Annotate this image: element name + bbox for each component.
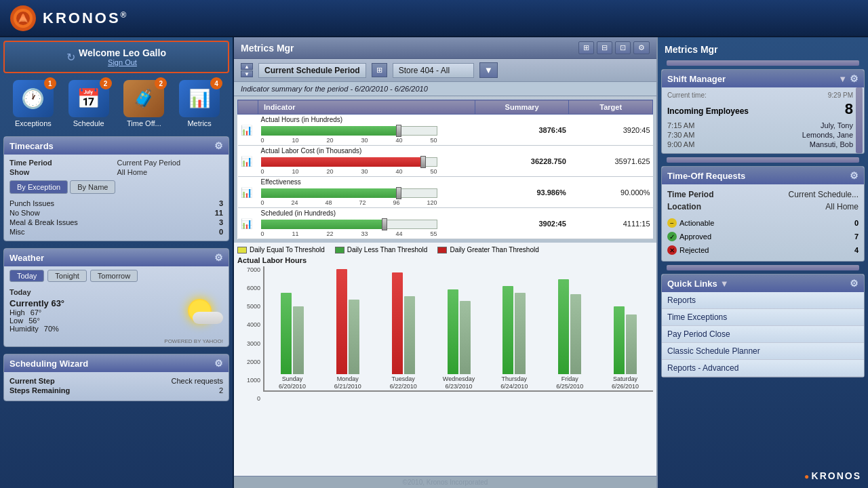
indicator-bar-3 [261,218,437,230]
low-label: Low [9,317,23,325]
quick-links-title: Quick Links [667,279,717,289]
timecards-gear[interactable]: ⚙ [214,140,223,151]
steps-remaining-val: 2 [219,386,223,394]
weather-gear[interactable]: ⚙ [214,252,223,263]
day-group-2: Tuesday6/22/2010 [376,259,431,390]
scheduling-title: Scheduling Wizard [9,359,88,369]
sw-steps-remaining: Steps Remaining 2 [9,386,223,395]
current-step-val: Check requests [172,377,223,385]
metric-chart-btn-1[interactable]: 📊 [241,156,252,167]
approved-label: Approved [679,232,711,241]
legend-red [437,247,447,253]
sw-current-step: Current Step Check requests [9,376,223,386]
employee-row-2: 9:00 AM Mansuti, Bob [667,140,853,149]
ql-gear[interactable]: ⚙ [850,278,859,289]
timeoff-gear[interactable]: ⚙ [850,170,859,181]
tor-period-val: Current Schedule... [789,190,859,199]
day-group-0: Sunday6/20/2010 [264,259,320,390]
tc-meal-label: Meal & Break Issues [9,218,78,226]
timeoff-badge: 2 [155,77,167,89]
scrollbar-top[interactable] [667,60,859,66]
left-sidebar: ↻ Welcome Leo Gallo Sign Out 🕐 1 Excepti… [0,37,234,488]
nav-item-schedule[interactable]: 📅 2 Schedule [64,80,113,127]
grid-btn-3[interactable]: ⊡ [615,41,631,54]
metrics-badge: 4 [210,77,222,89]
bar-2-1 [404,296,415,374]
metric-chart-btn-0[interactable]: 📊 [241,125,252,136]
scheduling-header: Scheduling Wizard ⚙ [4,354,229,372]
weather-tab-tomorrow[interactable]: Tomorrow [90,270,138,282]
weather-tab-today[interactable]: Today [9,270,44,282]
incoming-row: Incoming Employees 8 [667,100,853,118]
bar-chart-area: Daily Equal To Threshold Daily Less Than… [234,243,656,476]
th-indicator: Indicator [258,100,475,115]
metric-row-1: 📊 Actual Labor Cost (in Thousands) 01020… [238,146,653,177]
timeoff-requests-header: Time-Off Requests ⚙ [662,167,864,184]
tab-by-name[interactable]: By Name [70,180,115,194]
logo-area: KRONOS® [10,5,128,31]
humidity-val: 70% [44,325,59,333]
indicator-bar-2 [261,187,437,199]
ql-dropdown-icon[interactable]: ▼ [720,279,729,289]
chart-container: 7000 6000 5000 4000 3000 2000 1000 0 Sun… [237,266,653,402]
metric-chart-btn-3[interactable]: 📊 [241,218,252,229]
emp-time-0: 7:15 AM [667,121,694,129]
center-content: Metrics Mgr ⊞ ⊟ ⊡ ⚙ ▲ ▼ Current Schedule… [234,37,658,488]
timecards-info: Time Period Current Pay Period Show All … [4,155,229,180]
grid-view-btn[interactable]: ⊞ [372,63,387,77]
store-select[interactable]: Store 404 - All [393,63,474,78]
metrics-table-area: Indicator Summary Target 📊 Actual Hours … [234,96,656,243]
weather-tab-tonight[interactable]: Tonight [47,270,86,282]
nav-item-exceptions[interactable]: 🕐 1 Exceptions [9,80,58,127]
shift-time-row: Current time: 9:29 PM [667,92,853,100]
indicator-period: Indicator summary for the period - 6/20/… [234,82,656,96]
bar-3-1 [460,301,471,374]
timeoff-label: Time Off... [127,119,161,127]
metrics-table: Indicator Summary Target 📊 Actual Hours … [237,100,653,239]
current-time-label: Current time: [667,92,707,99]
scrollbar-mid1[interactable] [667,157,859,163]
tc-misc-count: 0 [219,228,223,236]
scrollbar-mid2[interactable] [667,265,859,270]
day-group-4: Thursday6/24/2010 [486,259,542,390]
shift-dropdown-icon[interactable]: ▼ [838,74,847,84]
indicator-summary-1: 36228.750 [475,146,569,177]
tc-row-meal: Meal & Break Issues 3 [9,218,223,227]
bar-3-0 [448,289,458,374]
ql-reports-advanced[interactable]: Reports - Advanced [662,360,864,377]
emp-name-2: Mansuti, Bob [810,140,853,148]
metrics-icon-box: 📊 4 [179,80,220,117]
shift-scrollbar[interactable] [856,87,863,153]
shift-gear[interactable]: ⚙ [850,73,859,84]
timeoff-icon-box: 🧳 2 [123,80,164,117]
scheduling-panel: Scheduling Wizard ⚙ Current Step Check r… [3,354,229,401]
settings-btn[interactable]: ⚙ [633,41,650,54]
incoming-label: Incoming Employees [667,106,749,116]
quick-links-header: Quick Links ▼ ⚙ [662,274,864,292]
bar-5-1 [570,294,581,374]
period-up-arrow[interactable]: ▲ [241,63,253,70]
scheduling-gear[interactable]: ⚙ [214,358,223,369]
ql-reports[interactable]: Reports [662,292,864,309]
grid-btn-2[interactable]: ⊟ [597,41,612,54]
exceptions-icon-box: 🕐 1 [13,80,54,117]
nav-item-timeoff[interactable]: 🧳 2 Time Off... [119,80,168,127]
actionable-icon: − [667,218,677,228]
emp-name-1: Lemonds, Jane [802,131,853,139]
legend-equal: Daily Equal To Threshold [237,246,325,253]
sign-out-link[interactable]: Sign Out [79,58,166,66]
ql-pay-period-close[interactable]: Pay Period Close [662,326,864,343]
ql-time-exceptions[interactable]: Time Exceptions [662,309,864,326]
grid-btn-1[interactable]: ⊞ [578,41,594,54]
th-target: Target [569,100,653,115]
ql-classic-schedule[interactable]: Classic Schedule Planner [662,343,864,360]
indicator-scale-3: 01122334455 [261,230,437,237]
right-title: Metrics Mgr [661,41,865,57]
nav-item-metrics[interactable]: 📊 4 Metrics [175,80,224,127]
tab-by-exception[interactable]: By Exception [9,180,68,194]
exceptions-label: Exceptions [15,119,52,127]
period-down-arrow[interactable]: ▼ [241,70,253,77]
refresh-icon[interactable]: ↻ [66,51,75,64]
store-dropdown-btn[interactable]: ▼ [479,62,498,78]
metric-chart-btn-2[interactable]: 📊 [241,187,252,198]
